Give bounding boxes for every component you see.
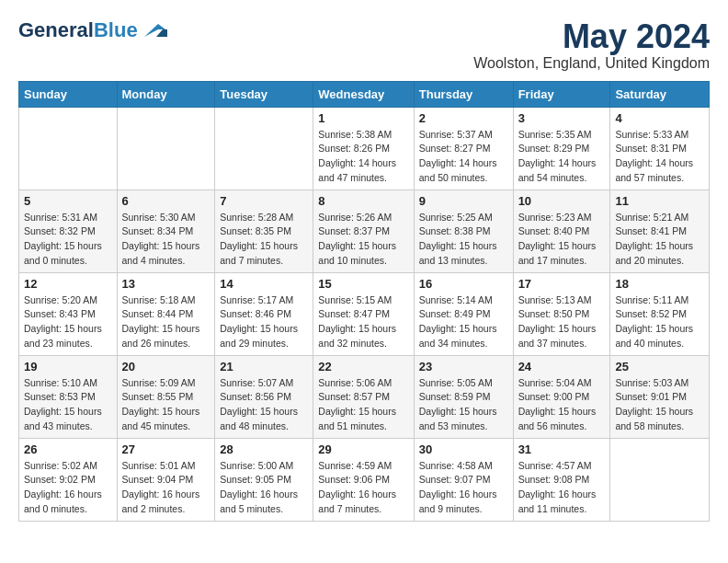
cell-info: Sunrise: 5:31 AMSunset: 8:32 PMDaylight:… [24, 211, 112, 269]
day-number: 8 [318, 194, 408, 208]
calendar-cell: 11Sunrise: 5:21 AMSunset: 8:41 PMDayligh… [610, 190, 710, 272]
cell-info: Sunrise: 5:38 AMSunset: 8:26 PMDaylight:… [318, 128, 408, 186]
cell-info: Sunrise: 5:21 AMSunset: 8:41 PMDaylight:… [615, 211, 704, 269]
calendar-header-row: SundayMondayTuesdayWednesdayThursdayFrid… [19, 81, 710, 107]
calendar-week-row: 19Sunrise: 5:10 AMSunset: 8:53 PMDayligh… [19, 355, 710, 438]
cell-info: Sunrise: 5:11 AMSunset: 8:52 PMDaylight:… [615, 293, 704, 351]
logo-general: General [18, 18, 94, 42]
logo-blue: Blue [94, 18, 138, 42]
day-number: 15 [318, 277, 408, 291]
calendar-cell: 18Sunrise: 5:11 AMSunset: 8:52 PMDayligh… [610, 272, 710, 355]
day-number: 11 [615, 194, 704, 208]
calendar-cell: 25Sunrise: 5:03 AMSunset: 9:01 PMDayligh… [610, 355, 710, 438]
day-number: 26 [24, 442, 112, 456]
calendar-cell: 29Sunrise: 4:59 AMSunset: 9:06 PMDayligh… [313, 438, 414, 521]
calendar-cell: 9Sunrise: 5:25 AMSunset: 8:38 PMDaylight… [414, 190, 513, 272]
calendar-week-row: 12Sunrise: 5:20 AMSunset: 8:43 PMDayligh… [19, 272, 710, 355]
cell-info: Sunrise: 5:04 AMSunset: 9:00 PMDaylight:… [518, 376, 606, 434]
day-number: 14 [220, 277, 308, 291]
day-number: 4 [615, 111, 704, 125]
day-number: 29 [318, 442, 408, 456]
logo-icon [140, 20, 167, 40]
cell-info: Sunrise: 5:26 AMSunset: 8:37 PMDaylight:… [318, 211, 408, 269]
cell-info: Sunrise: 5:05 AMSunset: 8:59 PMDaylight:… [419, 376, 508, 434]
cell-info: Sunrise: 5:06 AMSunset: 8:57 PMDaylight:… [318, 376, 408, 434]
day-number: 13 [122, 277, 210, 291]
cell-info: Sunrise: 5:23 AMSunset: 8:40 PMDaylight:… [518, 211, 606, 269]
calendar-table: SundayMondayTuesdayWednesdayThursdayFrid… [18, 81, 710, 522]
cell-info: Sunrise: 5:09 AMSunset: 8:55 PMDaylight:… [122, 376, 210, 434]
day-number: 1 [318, 111, 408, 125]
calendar-cell: 31Sunrise: 4:57 AMSunset: 9:08 PMDayligh… [513, 438, 610, 521]
calendar-cell [610, 438, 710, 521]
calendar-cell: 22Sunrise: 5:06 AMSunset: 8:57 PMDayligh… [313, 355, 414, 438]
cell-info: Sunrise: 5:15 AMSunset: 8:47 PMDaylight:… [318, 293, 408, 351]
month-title: May 2024 [473, 18, 710, 55]
calendar-cell: 12Sunrise: 5:20 AMSunset: 8:43 PMDayligh… [19, 272, 118, 355]
calendar-cell [215, 107, 313, 190]
header-wednesday: Wednesday [313, 81, 414, 107]
cell-info: Sunrise: 5:17 AMSunset: 8:46 PMDaylight:… [220, 293, 308, 351]
header-monday: Monday [117, 81, 215, 107]
calendar-cell: 1Sunrise: 5:38 AMSunset: 8:26 PMDaylight… [313, 107, 414, 190]
location-title: Woolston, England, United Kingdom [473, 55, 710, 72]
calendar-cell: 24Sunrise: 5:04 AMSunset: 9:00 PMDayligh… [513, 355, 610, 438]
day-number: 18 [615, 277, 704, 291]
day-number: 12 [24, 277, 112, 291]
calendar-cell: 3Sunrise: 5:35 AMSunset: 8:29 PMDaylight… [513, 107, 610, 190]
day-number: 28 [220, 442, 308, 456]
cell-info: Sunrise: 5:35 AMSunset: 8:29 PMDaylight:… [518, 128, 606, 186]
calendar-cell: 28Sunrise: 5:00 AMSunset: 9:05 PMDayligh… [215, 438, 313, 521]
day-number: 20 [122, 360, 210, 373]
calendar-cell: 8Sunrise: 5:26 AMSunset: 8:37 PMDaylight… [313, 190, 414, 272]
day-number: 21 [220, 360, 308, 373]
calendar-cell: 27Sunrise: 5:01 AMSunset: 9:04 PMDayligh… [117, 438, 215, 521]
cell-info: Sunrise: 5:18 AMSunset: 8:44 PMDaylight:… [122, 293, 210, 351]
calendar-cell [19, 107, 118, 190]
day-number: 19 [24, 360, 112, 373]
day-number: 3 [518, 111, 606, 125]
cell-info: Sunrise: 5:03 AMSunset: 9:01 PMDaylight:… [615, 376, 704, 434]
cell-info: Sunrise: 5:20 AMSunset: 8:43 PMDaylight:… [24, 293, 112, 351]
calendar-cell: 7Sunrise: 5:28 AMSunset: 8:35 PMDaylight… [215, 190, 313, 272]
calendar-cell: 10Sunrise: 5:23 AMSunset: 8:40 PMDayligh… [513, 190, 610, 272]
calendar-cell: 2Sunrise: 5:37 AMSunset: 8:27 PMDaylight… [414, 107, 513, 190]
header-sunday: Sunday [19, 81, 118, 107]
calendar-cell: 16Sunrise: 5:14 AMSunset: 8:49 PMDayligh… [414, 272, 513, 355]
header-thursday: Thursday [414, 81, 513, 107]
day-number: 5 [24, 194, 112, 208]
calendar-cell: 17Sunrise: 5:13 AMSunset: 8:50 PMDayligh… [513, 272, 610, 355]
day-number: 24 [518, 360, 606, 373]
day-number: 7 [220, 194, 308, 208]
calendar-cell: 4Sunrise: 5:33 AMSunset: 8:31 PMDaylight… [610, 107, 710, 190]
calendar-cell: 15Sunrise: 5:15 AMSunset: 8:47 PMDayligh… [313, 272, 414, 355]
cell-info: Sunrise: 5:02 AMSunset: 9:02 PMDaylight:… [24, 459, 112, 517]
cell-info: Sunrise: 5:33 AMSunset: 8:31 PMDaylight:… [615, 128, 704, 186]
day-number: 23 [419, 360, 508, 373]
day-number: 31 [518, 442, 606, 456]
header-friday: Friday [513, 81, 610, 107]
calendar-cell: 6Sunrise: 5:30 AMSunset: 8:34 PMDaylight… [117, 190, 215, 272]
cell-info: Sunrise: 5:25 AMSunset: 8:38 PMDaylight:… [419, 211, 508, 269]
cell-info: Sunrise: 5:14 AMSunset: 8:49 PMDaylight:… [419, 293, 508, 351]
page-header: General Blue May 2024 Woolston, England,… [18, 18, 710, 72]
cell-info: Sunrise: 5:30 AMSunset: 8:34 PMDaylight:… [122, 211, 210, 269]
day-number: 2 [419, 111, 508, 125]
day-number: 17 [518, 277, 606, 291]
day-number: 27 [122, 442, 210, 456]
svg-marker-1 [156, 29, 167, 37]
calendar-cell: 21Sunrise: 5:07 AMSunset: 8:56 PMDayligh… [215, 355, 313, 438]
calendar-cell: 20Sunrise: 5:09 AMSunset: 8:55 PMDayligh… [117, 355, 215, 438]
header-saturday: Saturday [610, 81, 710, 107]
calendar-cell: 26Sunrise: 5:02 AMSunset: 9:02 PMDayligh… [19, 438, 118, 521]
cell-info: Sunrise: 5:01 AMSunset: 9:04 PMDaylight:… [122, 459, 210, 517]
cell-info: Sunrise: 4:59 AMSunset: 9:06 PMDaylight:… [318, 459, 408, 517]
calendar-cell: 5Sunrise: 5:31 AMSunset: 8:32 PMDaylight… [19, 190, 118, 272]
day-number: 16 [419, 277, 508, 291]
calendar-week-row: 5Sunrise: 5:31 AMSunset: 8:32 PMDaylight… [19, 190, 710, 272]
day-number: 30 [419, 442, 508, 456]
cell-info: Sunrise: 5:07 AMSunset: 8:56 PMDaylight:… [220, 376, 308, 434]
cell-info: Sunrise: 4:58 AMSunset: 9:07 PMDaylight:… [419, 459, 508, 517]
calendar-cell: 19Sunrise: 5:10 AMSunset: 8:53 PMDayligh… [19, 355, 118, 438]
day-number: 9 [419, 194, 508, 208]
